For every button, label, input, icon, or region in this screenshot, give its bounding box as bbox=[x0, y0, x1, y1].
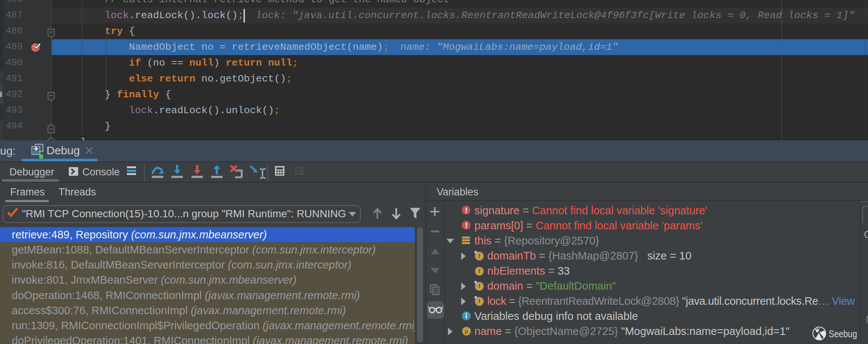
svg-text:p: p bbox=[465, 328, 468, 334]
svg-text:Seebug: Seebug bbox=[829, 328, 857, 339]
